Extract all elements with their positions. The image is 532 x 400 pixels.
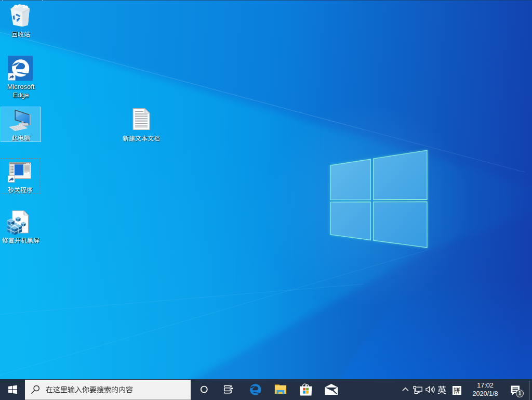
svg-text:1: 1: [518, 390, 522, 396]
